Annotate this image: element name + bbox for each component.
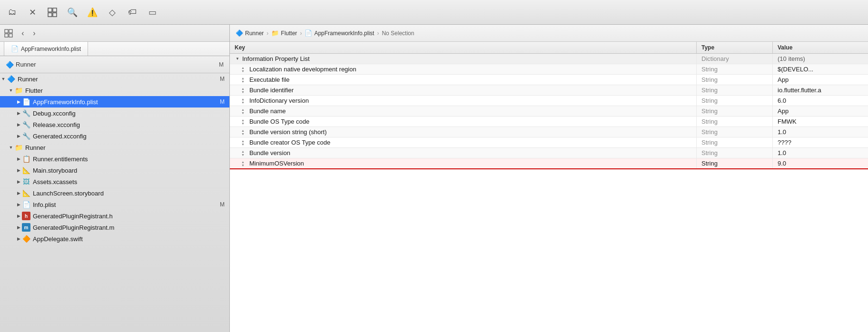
plist-key-3: ▲▼ InfoDictionary version — [230, 96, 697, 106]
sidebar-item-release[interactable]: ▶ 🔧 Release.xcconfig — [0, 119, 229, 130]
xcassets-icon-assets: 🖼 — [22, 177, 30, 186]
sidebar-label-pluginm: GeneratedPluginRegistrant.m — [33, 224, 229, 231]
content-panel: 🔷 Runner › 📁 Flutter › 📄 AppFrameworkInf… — [230, 25, 868, 332]
plist-value-3: 6.0 — [773, 96, 868, 106]
folder-icon[interactable]: 🗂 — [6, 6, 19, 19]
expand-triangle-runner-folder[interactable]: ▼ — [8, 144, 14, 151]
plist-root-key[interactable]: ▼ Information Property List — [230, 54, 697, 64]
plist-row-6[interactable]: ▲▼ Bundle version string (short) String … — [230, 127, 868, 137]
breadcrumb-runner[interactable]: Runner — [245, 30, 264, 37]
sidebar-label-pluginh: GeneratedPluginRegistrant.h — [33, 213, 229, 220]
svg-rect-0 — [48, 8, 52, 12]
expand-triangle-flutter-folder[interactable]: ▼ — [8, 87, 14, 94]
plist-type-3: String — [697, 96, 773, 106]
stepper-8[interactable]: ▲▼ — [241, 150, 245, 156]
plist-root-row[interactable]: ▼ Information Property List Dictionary (… — [230, 54, 868, 64]
key-text-8: Bundle version — [249, 149, 290, 156]
plist-type-0: String — [697, 64, 773, 74]
stepper-3[interactable]: ▲▼ — [241, 98, 245, 104]
expand-triangle-mainstoryboard[interactable]: ▶ — [15, 167, 22, 174]
sidebar-item-appframework[interactable]: ▶ 📄 AppFrameworkInfo.plist M — [0, 96, 229, 107]
expand-triangle-infoplist[interactable]: ▶ — [15, 201, 22, 208]
plist-key-7: ▲▼ Bundle creator OS Type code — [230, 137, 697, 147]
column-key: Key — [230, 42, 697, 53]
expand-triangle-appdelegate[interactable]: ▶ — [15, 235, 22, 242]
plist-value-9: 9.0 — [773, 158, 868, 168]
sidebar-item-infoplist[interactable]: ▶ 📄 Info.plist M — [0, 199, 229, 210]
close-icon[interactable]: ✕ — [26, 6, 39, 19]
breadcrumb-plist[interactable]: AppFrameworkInfo.plist — [314, 30, 374, 37]
stepper-0[interactable]: ▲▼ — [241, 66, 245, 73]
back-button[interactable]: ‹ — [17, 28, 29, 39]
tag-icon[interactable]: 🏷 — [126, 6, 139, 19]
stepper-9[interactable]: ▲▼ — [241, 160, 245, 167]
expand-triangle-debug[interactable]: ▶ — [15, 110, 22, 117]
stepper-1[interactable]: ▲▼ — [241, 77, 245, 83]
plist-key-1: ▲▼ Executable file — [230, 75, 697, 85]
plist-value-8: 1.0 — [773, 148, 868, 158]
plist-row-9[interactable]: ▲▼ MinimumOSVersion String 9.0 — [230, 158, 868, 169]
stepper-7[interactable]: ▲▼ — [241, 139, 245, 146]
stepper-5[interactable]: ▲▼ — [241, 118, 245, 125]
plist-table: Key Type Value ▼ Information Property Li… — [230, 42, 868, 332]
sidebar-badge-infoplist: M — [220, 201, 229, 208]
plist-row-5[interactable]: ▲▼ Bundle OS Type code String FMWK — [230, 117, 868, 127]
breadcrumb-flutter[interactable]: Flutter — [281, 30, 297, 37]
expand-triangle-runner-root[interactable]: ▼ — [0, 76, 7, 82]
sidebar-item-flutter-folder[interactable]: ▼ 📁 Flutter — [0, 85, 229, 96]
expand-triangle-appframework[interactable]: ▶ — [15, 98, 22, 105]
sidebar-item-pluginh[interactable]: ▶ h GeneratedPluginRegistrant.h — [0, 210, 229, 222]
plist-row-4[interactable]: ▲▼ Bundle name String App — [230, 106, 868, 117]
sidebar-item-pluginm[interactable]: ▶ m GeneratedPluginRegistrant.m — [0, 222, 229, 233]
expand-triangle-launchscreen[interactable]: ▶ — [15, 190, 22, 196]
plist-row-2[interactable]: ▲▼ Bundle identifier String io.flutter.f… — [230, 85, 868, 96]
root-expand-triangle[interactable]: ▼ — [235, 56, 240, 62]
sidebar-item-generated[interactable]: ▶ 🔧 Generated.xcconfig — [0, 130, 229, 142]
stepper-6[interactable]: ▲▼ — [241, 129, 245, 136]
plist-row-8[interactable]: ▲▼ Bundle version String 1.0 — [230, 148, 868, 158]
forward-button[interactable]: › — [29, 28, 40, 39]
file-tab[interactable]: 📄 AppFrameworkInfo.plist — [4, 42, 88, 56]
rect-icon[interactable]: ▭ — [146, 6, 159, 19]
expand-triangle-generated[interactable]: ▶ — [15, 133, 22, 139]
plist-row-1[interactable]: ▲▼ Executable file String App — [230, 75, 868, 85]
plist-root-value: (10 items) — [773, 54, 868, 64]
tab-label: AppFrameworkInfo.plist — [21, 46, 81, 52]
plist-type-7: String — [697, 137, 773, 147]
sidebar-grid-icon[interactable] — [4, 29, 13, 38]
plist-value-2: io.flutter.flutter.a — [773, 85, 868, 95]
search-icon[interactable]: 🔍 — [66, 6, 79, 19]
sidebar-item-launchscreen[interactable]: ▶ 📐 LaunchScreen.storyboard — [0, 187, 229, 199]
plist-header: Key Type Value — [230, 42, 868, 54]
sidebar-label-appdelegate: AppDelegate.swift — [33, 235, 229, 243]
sidebar-item-runner-folder[interactable]: ▼ 📁 Runner — [0, 142, 229, 153]
expand-triangle-assets[interactable]: ▶ — [15, 178, 22, 185]
expand-triangle-entitlements[interactable]: ▶ — [15, 156, 22, 162]
key-text-9: MinimumOSVersion — [249, 160, 304, 167]
expand-triangle-release[interactable]: ▶ — [15, 121, 22, 128]
sidebar-item-entitlements[interactable]: ▶ 📋 Runner.entitlements — [0, 153, 229, 165]
sidebar-item-mainstoryboard[interactable]: ▶ 📐 Main.storyboard — [0, 165, 229, 176]
sidebar-item-assets[interactable]: ▶ 🖼 Assets.xcassets — [0, 176, 229, 187]
diamond-icon[interactable]: ◇ — [106, 6, 119, 19]
plist-row-3[interactable]: ▲▼ InfoDictionary version String 6.0 — [230, 96, 868, 106]
plist-key-9: ▲▼ MinimumOSVersion — [230, 158, 697, 168]
warning-icon[interactable]: ⚠️ — [86, 6, 99, 19]
sidebar-item-appdelegate[interactable]: ▶ 🔶 AppDelegate.swift — [0, 233, 229, 244]
sidebar-item-debug[interactable]: ▶ 🔧 Debug.xcconfig — [0, 107, 229, 119]
expand-triangle-pluginh[interactable]: ▶ — [15, 213, 22, 219]
plist-row-0[interactable]: ▲▼ Localization native development regio… — [230, 64, 868, 75]
sidebar-label-launchscreen: LaunchScreen.storyboard — [33, 190, 229, 197]
stepper-4[interactable]: ▲▼ — [241, 108, 245, 115]
key-text-2: Bundle identifier — [249, 87, 294, 94]
folder-icon-flutter-folder: 📁 — [14, 86, 23, 95]
sidebar-item-runner-root[interactable]: ▼ 🔷 Runner M — [0, 73, 229, 85]
key-text-1: Executable file — [249, 76, 290, 83]
grid-icon[interactable] — [46, 6, 59, 19]
plist-row-7[interactable]: ▲▼ Bundle creator OS Type code String ??… — [230, 137, 868, 148]
plist-data-rows: ▲▼ Localization native development regio… — [230, 64, 868, 169]
stepper-2[interactable]: ▲▼ — [241, 87, 245, 94]
column-type: Type — [697, 42, 773, 53]
expand-triangle-pluginm[interactable]: ▶ — [15, 224, 22, 231]
plist-icon-appframework: 📄 — [22, 98, 30, 106]
